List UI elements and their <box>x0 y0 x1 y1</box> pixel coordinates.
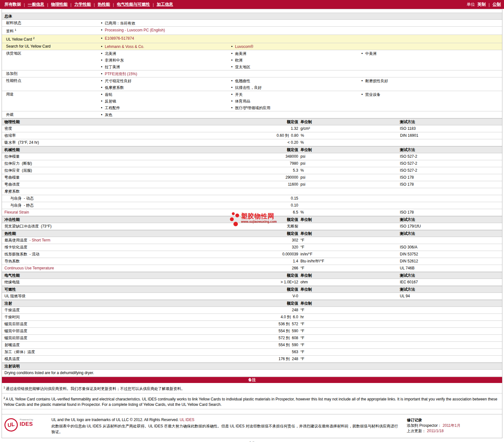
nav-tab-2[interactable]: 物理性能 <box>51 2 68 7</box>
property-value: 320 <box>292 245 298 249</box>
top-nav: 所有数据|一般信息|物理性能|力学性能|热性能|电气性能与可燃性|加工信息 单位… <box>0 0 504 9</box>
general-row: 供货地区•北美洲•非洲和中东•拉丁美洲•南美洲•欧洲•亚太地区•中美洲 <box>2 50 502 70</box>
ul-ides-link[interactable]: UL IDES <box>180 418 194 422</box>
property-value: 290000 <box>286 175 298 180</box>
unit-column-header: 单位制 <box>300 301 312 306</box>
unit-switcher: 单位 英制 | 公制 <box>467 2 501 7</box>
property-value: 348000 <box>286 154 298 159</box>
unit-english-current[interactable]: 英制 <box>478 2 486 7</box>
property-label: UL 阻燃等级 <box>2 293 277 300</box>
property-label: 材料状态 <box>2 20 101 26</box>
revision-added-value: 2011年1月 <box>443 423 460 428</box>
property-unit: psi <box>300 154 305 159</box>
property-unit: Btu·in/hr/ft²/°F <box>300 259 324 263</box>
test-method: ISO 527-2 <box>400 168 417 173</box>
property-label: 最高使用温度 - Short Term <box>2 237 277 244</box>
property-unit: % <box>300 140 304 145</box>
value-link[interactable]: Processing - Luvocom PC (English) <box>105 28 165 32</box>
property-label: 用途 <box>2 91 101 111</box>
property-label: 拉伸模量 <box>2 153 277 160</box>
nav-tab-4[interactable]: 热性能 <box>98 2 110 7</box>
footnote-sup: 2 <box>3 396 5 399</box>
property-label: 螺筒后部温度 <box>2 321 277 327</box>
bullet-icon: • <box>231 84 235 91</box>
property-row: 最高使用温度 - Short Term302°F <box>2 237 502 244</box>
footnote-ref: 2 <box>33 36 35 40</box>
general-row: UL Yellow Card 2•E108976-517874 <box>2 35 502 43</box>
value-link[interactable]: Luvocom® <box>235 44 253 49</box>
spacer <box>2 409 502 414</box>
test-method: ISO 306/A <box>400 245 417 249</box>
property-value: 0.15 <box>291 196 298 201</box>
property-unit: °F <box>300 343 304 347</box>
powered-by-label: Powered by <box>20 418 33 421</box>
value-link[interactable]: PTFE润滑剂 (15%) <box>105 72 137 76</box>
method-column-header: 测试方法 <box>400 273 415 278</box>
property-label: 拉伸应力 (断裂) <box>2 160 277 167</box>
property-label: 加工（熔体）温度 <box>2 349 277 355</box>
property-unit: % <box>300 168 304 173</box>
ides-wordmark: Powered by IDES <box>20 418 33 427</box>
section-header: 物理性能额定值单位制测试方法 <box>2 118 502 125</box>
property-value: 176 到 248 <box>279 357 298 361</box>
spacer <box>2 9 502 13</box>
ad-placeholder[interactable]: <广告> <box>0 441 504 442</box>
property-unit: °F <box>300 350 304 354</box>
revision-history: 修订记录 添加到 Prospector： 2011年1月 上次更新： 2011/… <box>407 417 500 435</box>
unit-column-header: 单位制 <box>300 217 312 222</box>
test-method: ISO 178 <box>400 210 414 214</box>
property-row: 螺筒前部温度572 到 608°F <box>2 335 502 342</box>
property-row: 密度1.32g/cm³ISO 1183 <box>2 125 502 132</box>
property-value: 563 <box>292 350 298 354</box>
property-unit: °F <box>300 357 304 361</box>
property-unit: °F <box>300 245 304 249</box>
value-column-header: 额定值 <box>287 120 298 124</box>
property-value: 572 到 608 <box>279 336 298 340</box>
section-header: 冲击性能额定值单位制测试方法 <box>2 216 502 223</box>
ul-ides-logo: UL Powered by IDES <box>4 417 51 435</box>
property-row: 弯曲强度11600psiISO 178 <box>2 181 502 188</box>
property-label: 弯曲强度 <box>2 181 277 188</box>
test-method: UL 746B <box>400 266 414 270</box>
property-value: 1.32 <box>291 126 298 131</box>
bullet-icon: • <box>361 50 365 57</box>
property-row: 收缩率0.60 到 0.80%DIN 16901 <box>2 132 502 139</box>
nav-tab-1[interactable]: 一般信息 <box>28 2 44 7</box>
value-link[interactable]: Lehmann & Voss & Co. <box>105 44 144 49</box>
property-row: Continuous Use Temperature266°FUL 746B <box>2 265 502 272</box>
property-label: 干燥温度 <box>2 307 277 313</box>
property-label: 吸水率 (73°F, 24 hr) <box>2 139 277 146</box>
value-link[interactable]: E108976-517874 <box>105 36 134 41</box>
property-label: 供货地区 <box>2 50 101 70</box>
nav-tab-3[interactable]: 力学性能 <box>74 2 91 7</box>
property-unit: °F <box>300 308 304 312</box>
property-label: 线形膨胀系数 - 流动 <box>2 251 277 258</box>
property-row: 摩擦系数 <box>2 188 502 195</box>
property-unit: °F <box>300 336 304 340</box>
unit-metric-link[interactable]: 公制 <box>493 2 501 7</box>
nav-separator: | <box>489 2 490 7</box>
value-column-header: 额定值 <box>287 231 298 236</box>
value-text: 开关 <box>235 92 243 97</box>
property-value: 1.4 <box>293 259 298 263</box>
section-header: 机械性能额定值单位制测试方法 <box>2 146 502 153</box>
value-column-header: 额定值 <box>287 301 298 306</box>
nav-tab-6[interactable]: 加工信息 <box>157 2 173 7</box>
nav-tab-0[interactable]: 所有数据 <box>4 2 21 7</box>
property-value: 6.5 <box>293 210 298 214</box>
property-value: 4.0 到 6.0 <box>281 315 298 319</box>
property-value: V-0 <box>292 294 298 298</box>
footer-trademark-line: UL and the UL logo are trademarks of UL … <box>51 417 400 423</box>
property-row: 弯曲模量290000psiISO 178 <box>2 174 502 181</box>
bullet-icon: • <box>101 78 105 84</box>
property-value: 536 到 572 <box>279 322 298 326</box>
nav-tab-5[interactable]: 电气性能与可燃性 <box>117 2 150 7</box>
footnote-1: 1通过这些链接您能够访问供应商资料。我们尽量保证及时更新资料；不过您可以从供应商… <box>2 383 502 393</box>
property-label: 性能特点 <box>2 77 101 91</box>
method-column-header: 测试方法 <box>400 120 415 124</box>
footnote-2: 2A UL Yellow Card contains UL-verified f… <box>2 393 502 409</box>
value-text: 齿轮 <box>105 92 112 97</box>
value-text: 中美洲 <box>365 51 377 56</box>
footnote-ref: 1 <box>15 28 16 31</box>
property-row: 干燥时间4.0 到 6.0hr <box>2 314 502 321</box>
